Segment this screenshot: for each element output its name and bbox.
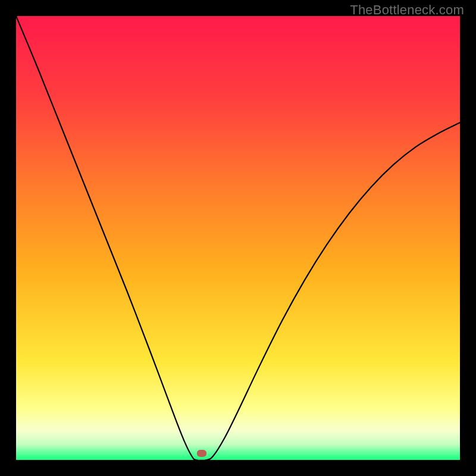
chart-frame: TheBottleneck.com <box>0 0 476 476</box>
bottleneck-curve <box>16 16 460 460</box>
watermark-text: TheBottleneck.com <box>350 2 464 18</box>
optimum-marker <box>197 450 206 457</box>
